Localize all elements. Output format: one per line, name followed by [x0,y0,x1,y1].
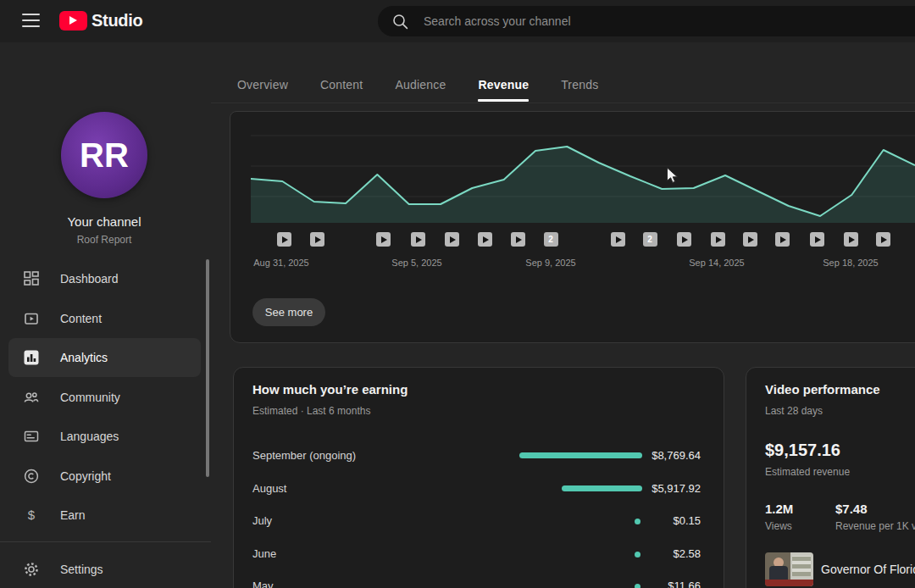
earnings-card: How much you’re earning Estimated · Last… [233,367,724,588]
month-label: August [252,482,286,495]
video-marker-thumbnail[interactable] [376,232,391,247]
video-marker-thumbnail[interactable] [478,232,492,247]
earnings-amount: $5,917.92 [652,482,701,495]
copyright-icon [23,468,40,485]
sidebar-divider [0,541,211,542]
earnings-dot [635,519,640,524]
play-icon [748,236,754,243]
play-icon [616,236,622,243]
earnings-card-subtitle: Estimated · Last 6 months [252,405,370,417]
x-axis-date-label: Sep 5, 2025 [374,258,459,268]
video-count-badge[interactable]: 2 [544,232,558,247]
search-placeholder: Search across your channel [424,14,571,28]
sidebar-item-label: Content [60,312,102,325]
play-icon [881,236,887,243]
video-performance-subtitle: Last 28 days [765,405,823,417]
languages-icon [23,428,40,445]
analytics-icon [23,349,40,366]
tab-trends[interactable]: Trends [561,68,598,102]
revenue-chart-card: 22 Aug 31, 2025Sep 5, 2025Sep 9, 2025Sep… [230,111,915,343]
sidebar-item-analytics[interactable]: Analytics [8,338,201,377]
estimated-revenue-value: $9,157.16 [765,441,840,460]
analytics-tab-bar: OverviewContentAudienceRevenueTrends [211,68,915,102]
month-label: May [252,580,274,588]
sidebar-item-languages[interactable]: Languages [8,417,201,456]
svg-text:$: $ [28,508,36,522]
earnings-amount: $8,769.64 [652,449,701,462]
sidebar-item-label: Analytics [60,351,108,364]
video-marker-thumbnail[interactable] [876,232,890,247]
top-bar: Studio Search across your channel [0,0,915,42]
top-video-thumbnail[interactable] [765,552,813,586]
x-axis-date-label: Aug 31, 2025 [239,258,324,268]
top-video-title[interactable]: Governor Of Florida [821,552,915,586]
sidebar-item-dashboard[interactable]: Dashboard [8,259,201,298]
channel-avatar[interactable]: RR [61,112,147,198]
earnings-bar [562,485,642,491]
video-marker-thumbnail[interactable] [775,232,790,247]
video-marker-thumbnail[interactable] [611,232,625,247]
sidebar-item-community[interactable]: Community [8,378,201,417]
sidebar-item-settings[interactable]: Settings [8,550,201,588]
tab-overview[interactable]: Overview [237,68,288,102]
video-marker-thumbnail[interactable] [844,232,858,247]
video-marker-thumbnail[interactable] [445,232,459,247]
video-performance-title: Video performance [765,382,880,397]
menu-icon[interactable] [22,14,40,28]
earnings-card-title: How much you’re earning [252,382,408,397]
sidebar-item-label: Settings [60,563,103,576]
x-axis-date-label: Sep 14, 2025 [674,258,759,268]
play-icon [815,236,821,243]
youtube-logo-icon[interactable] [59,11,87,31]
sidebar-item-label: Languages [60,430,119,443]
dashboard-icon [23,270,40,287]
search-input[interactable]: Search across your channel [378,6,915,36]
earnings-dot [635,584,640,588]
sidebar-item-label: Dashboard [60,272,119,286]
month-label: July [252,514,272,527]
video-marker-thumbnail[interactable] [743,232,757,247]
sidebar-item-label: Community [60,391,120,404]
revenue-line-chart[interactable] [251,119,915,224]
video-marker-thumbnail[interactable] [411,232,425,247]
tab-audience[interactable]: Audience [395,68,446,102]
play-icon [450,236,456,243]
video-count-badge[interactable]: 2 [643,232,657,247]
earnings-amount: $2.58 [673,547,701,560]
views-stat: 1.2M Views [765,502,793,532]
content-icon [23,310,40,327]
tab-bar-divider [211,103,915,103]
play-icon [282,236,288,243]
x-axis-date-label: Sep 9, 2025 [508,258,593,268]
sidebar-item-copyright[interactable]: Copyright [8,457,201,496]
video-marker-thumbnail[interactable] [677,232,691,247]
play-icon [315,236,321,243]
search-icon [392,14,408,30]
video-marker-thumbnail[interactable] [511,232,525,247]
play-icon [416,236,422,243]
sidebar-item-content[interactable]: Content [8,299,201,338]
sidebar-item-label: Earn [60,508,86,522]
earnings-row-july: July$0.15 [234,513,725,530]
sidebar: RR Your channel Roof Report DashboardCon… [0,42,211,588]
video-marker-thumbnail[interactable] [310,232,324,247]
estimated-revenue-label: Estimated revenue [765,466,850,478]
see-more-button[interactable]: See more [252,298,325,326]
tab-revenue[interactable]: Revenue [478,68,529,102]
play-icon [381,236,387,243]
sidebar-scrollbar[interactable] [206,259,209,477]
video-marker-thumbnail[interactable] [810,232,824,247]
play-icon [780,236,786,243]
play-icon [849,236,855,243]
tab-content[interactable]: Content [320,68,363,102]
earnings-row-september: September (ongoing)$8,769.64 [234,447,725,464]
studio-brand: Studio [92,11,142,31]
video-marker-thumbnail[interactable] [277,232,291,247]
earnings-row-june: June$2.58 [234,546,725,563]
settings-icon [23,561,40,578]
rpm-stat: $7.48 Revenue per 1K views [835,502,915,532]
video-marker-thumbnail[interactable] [711,232,725,247]
play-icon [682,236,688,243]
earnings-dot [635,552,640,557]
sidebar-item-earn[interactable]: $Earn [8,496,201,535]
